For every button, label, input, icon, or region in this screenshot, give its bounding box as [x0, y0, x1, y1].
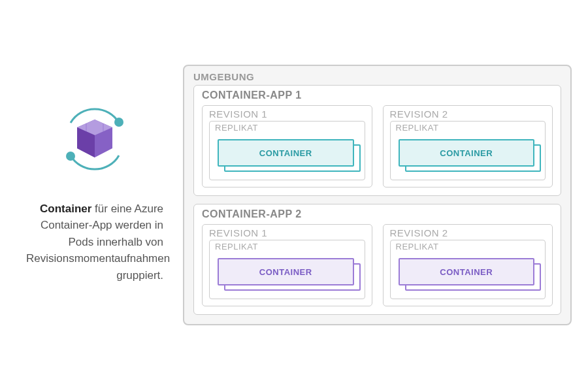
- revision-title: REVISION 1: [209, 108, 365, 120]
- replica-box: REPLIKAT CONTAINER: [209, 121, 365, 180]
- description-bold: Container: [40, 203, 91, 215]
- container-front: CONTAINER: [218, 258, 354, 285]
- revision-box: REVISION 1 REPLIKAT CONTAINER: [202, 105, 372, 187]
- container-label: CONTAINER: [259, 148, 312, 158]
- replica-title: REPLIKAT: [215, 242, 359, 252]
- svg-point-0: [114, 118, 123, 127]
- container-front: CONTAINER: [399, 139, 535, 167]
- diagram-panel: UMGEBUNG CONTAINER-APP 1 REVISION 1 REPL…: [183, 48, 588, 342]
- replica-title: REPLIKAT: [396, 123, 540, 133]
- container-front: CONTAINER: [218, 139, 354, 167]
- container-stack: CONTAINER: [218, 258, 357, 289]
- replica-title: REPLIKAT: [396, 242, 540, 252]
- revision-title: REVISION 2: [390, 108, 546, 120]
- container-stack: CONTAINER: [399, 139, 538, 171]
- container-app-1: CONTAINER-APP 1 REVISION 1 REPLIKAT CONT…: [193, 85, 561, 196]
- revision-row: REVISION 1 REPLIKAT CONTAINER REVISION 2: [202, 105, 553, 187]
- revision-box: REVISION 2 REPLIKAT CONTAINER: [383, 105, 553, 187]
- container-label: CONTAINER: [440, 267, 493, 277]
- revision-title: REVISION 1: [209, 227, 365, 238]
- description-text: Container für eine Azure Container-App w…: [26, 201, 163, 284]
- environment-box: UMGEBUNG CONTAINER-APP 1 REVISION 1 REPL…: [183, 65, 572, 325]
- replica-box: REPLIKAT CONTAINER: [390, 121, 546, 180]
- container-stack: CONTAINER: [399, 258, 538, 289]
- replica-title: REPLIKAT: [215, 123, 359, 133]
- replica-box: REPLIKAT CONTAINER: [390, 240, 546, 299]
- app-title: CONTAINER-APP 2: [202, 208, 553, 220]
- revision-box: REVISION 1 REPLIKAT CONTAINER: [202, 224, 372, 306]
- replica-box: REPLIKAT CONTAINER: [209, 240, 365, 299]
- revision-title: REVISION 2: [390, 227, 546, 238]
- container-label: CONTAINER: [259, 267, 312, 277]
- svg-point-1: [66, 152, 75, 161]
- environment-title: UMGEBUNG: [193, 71, 561, 82]
- container-stack: CONTAINER: [218, 139, 357, 171]
- container-front: CONTAINER: [399, 258, 535, 285]
- app-title: CONTAINER-APP 1: [202, 89, 553, 101]
- revision-row: REVISION 1 REPLIKAT CONTAINER REVISION 2: [202, 224, 553, 306]
- container-apps-icon: [59, 106, 131, 174]
- container-label: CONTAINER: [440, 148, 493, 158]
- left-panel: Container für eine Azure Container-App w…: [0, 106, 183, 284]
- container-app-2: CONTAINER-APP 2 REVISION 1 REPLIKAT CONT…: [193, 204, 561, 315]
- revision-box: REVISION 2 REPLIKAT CONTAINER: [383, 224, 553, 306]
